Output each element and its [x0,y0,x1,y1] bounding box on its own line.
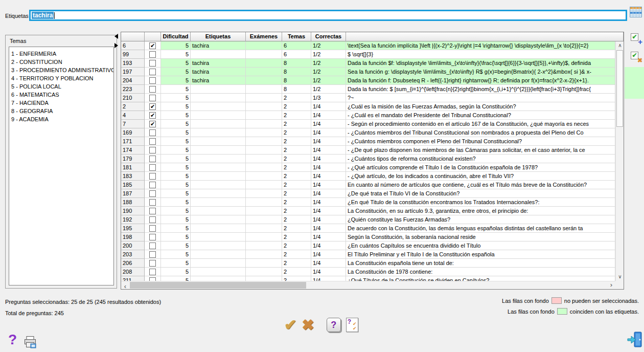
exit-icon[interactable] [627,331,643,350]
row-checkbox[interactable] [149,269,156,275]
table-row[interactable]: 185521/4En cuanto al número de artículos… [121,181,615,189]
header-correctas[interactable]: Correctas [311,32,346,41]
row-checkbox[interactable] [149,173,156,180]
expand-right-icon[interactable] [114,43,118,48]
table-row[interactable]: 210521/3?~ [121,94,615,102]
table-row[interactable]: 179521/4- ¿Cuántos tipos de reforma cons… [121,155,615,163]
table-row[interactable]: 211521/4¿Qué Títulos de la Constitución … [121,276,615,281]
header-id[interactable] [121,32,145,41]
row-checkbox[interactable] [149,251,156,258]
tags-input[interactable]: tachira [29,10,627,21]
cancel-button[interactable]: ✖ [302,316,314,334]
scroll-right-icon[interactable]: › [607,281,615,290]
row-checkbox[interactable] [149,138,156,145]
table-row[interactable]: 174521/4- ¿De qué plazo disponen los mie… [121,146,615,155]
header-texto[interactable] [346,32,624,41]
table-row[interactable]: 2045tachira81/2Dada la función f: Dsubse… [121,76,615,85]
row-checkbox[interactable] [149,164,156,171]
header-dificultad[interactable]: Dificultad [161,32,191,41]
table-row[interactable]: 192521/4¿Quién constituye las Fuerzas Ar… [121,215,615,224]
scroll-up-icon[interactable]: ∧ [616,41,624,50]
row-checkbox[interactable]: ✔ [149,103,156,110]
select-all-button[interactable]: ✔ + [630,33,642,45]
row-checkbox[interactable] [149,225,156,232]
question-answers-button[interactable]: ? ✔ ✔ [346,318,358,332]
deselect-all-button[interactable]: ✔ ✖ [630,51,642,63]
row-checkbox[interactable] [149,86,156,93]
table-row[interactable]: 7✔521/4- Según el procedimiento contenid… [121,120,615,128]
table-row[interactable]: 4✔521/4- ¿Cuál es el mandato del Preside… [121,111,615,120]
question-preview-button[interactable]: ? [327,318,341,332]
correctas-cell: 1/4 [311,111,346,120]
table-row[interactable]: 203521/4El Título Preliminar y el Título… [121,250,615,259]
header-examenes[interactable]: Exámenes [246,32,282,41]
horizontal-scroll-thumb[interactable] [130,282,306,289]
row-checkbox[interactable] [149,182,156,188]
row-checkbox[interactable] [149,60,156,67]
header-temas[interactable]: Temas [282,32,311,41]
table-row[interactable]: 99561/2$ \sqrt[]{3} [121,50,615,59]
topic-list-item[interactable]: 5 - POLICIA LOCAL [11,82,113,91]
table-row[interactable]: 181521/4- ¿Qué artículos comprende el Tí… [121,163,615,172]
table-row[interactable]: 208521/4La Constitución de 1978 contiene… [121,268,615,276]
temas-cell: 2 [282,137,311,146]
row-checkbox[interactable] [149,147,156,153]
row-checkbox[interactable]: ✔ [149,112,156,119]
row-checkbox[interactable]: ✔ [149,42,156,49]
tag-table-icon[interactable] [630,7,642,19]
table-row[interactable]: 187521/4¿De qué trata el Título VI de la… [121,189,615,198]
table-row[interactable]: 1935tachira81/2Dada la función $f: \disp… [121,59,615,68]
table-row[interactable]: 206521/4La Constitución española tiene u… [121,259,615,268]
vertical-scroll-thumb[interactable] [616,50,623,127]
correctas-cell: 1/4 [311,268,346,276]
table-row[interactable]: 169521/4- ¿Cuántos miembros del Tribunal… [121,128,615,137]
table-row[interactable]: 183521/4- ¿Qué artículo, de los indicado… [121,172,615,181]
row-checkbox-cell [145,181,161,189]
table-row[interactable]: 200521/4¿En cuántos Capítulos se encuent… [121,241,615,250]
topic-list-item[interactable]: 9 - ACADEMIA [11,115,113,123]
topic-list-item[interactable]: 4 - TERRITORIO Y POBLACION [11,74,113,82]
table-row[interactable]: 195521/4De acuerdo con la Constitución, … [121,224,615,233]
table-row[interactable]: 6✔5tachira61/2\text{Sea la función implí… [121,41,615,50]
row-checkbox[interactable] [149,277,156,281]
table-row[interactable]: 190521/4La Constitución, en su artículo … [121,207,615,215]
row-checkbox[interactable] [149,69,156,75]
collapse-left-icon[interactable] [114,34,118,39]
table-row[interactable]: 188521/4¿En qué Titulo de la constitució… [121,198,615,207]
row-checkbox[interactable] [149,129,156,136]
row-checkbox[interactable] [149,208,156,214]
accept-button[interactable]: ✔ [284,316,296,334]
table-row[interactable]: 223581/2Dada la función: $ [sum_{i=1}^{\… [121,85,615,94]
print-icon[interactable] [24,336,37,351]
row-checkbox[interactable] [149,95,156,101]
row-checkbox[interactable]: ✔ [149,121,156,127]
row-checkbox[interactable] [149,199,156,206]
topic-list-item[interactable]: 6 - MATEMATICAS [11,91,113,99]
topic-list-item[interactable]: 8 - GEOGRAFIA [11,107,113,115]
row-checkbox[interactable] [149,156,156,162]
table-row[interactable]: 1975tachira81/2Sea la función g: \displa… [121,68,615,76]
help-icon[interactable]: ? [8,332,17,348]
row-checkbox[interactable] [149,190,156,197]
row-checkbox[interactable] [149,243,156,249]
row-checkbox[interactable] [149,77,156,84]
topics-list[interactable]: 1 - ENFERMERIA2 - CONSTITUCION3 - PROCED… [9,47,114,285]
horizontal-scrollbar[interactable]: ‹ › [121,281,615,289]
row-checkbox[interactable] [149,260,156,267]
table-row[interactable]: 171521/4- ¿Cuántos miembros componen el … [121,137,615,146]
table-row[interactable]: 2✔521/4¿Cuál es la misión de las Fuerzas… [121,102,615,111]
correctas-cell: 1/3 [311,94,346,102]
table-row[interactable]: 198521/4Según la Constitución, la sobera… [121,233,615,241]
header-etiquetas[interactable]: Etiquetas [191,32,246,41]
row-checkbox[interactable] [149,51,156,58]
scroll-down-icon[interactable]: ∨ [616,273,624,281]
topic-list-item[interactable]: 7 - HACIENDA [11,99,113,107]
topic-list-item[interactable]: 3 - PROCEDIMIENTO ADMINISTRATIVO [11,66,113,74]
topic-list-item[interactable]: 2 - CONSTITUCION [11,58,113,66]
row-checkbox[interactable] [149,234,156,240]
header-check[interactable] [145,32,161,41]
topic-list-item[interactable]: 1 - ENFERMERIA [11,50,113,58]
scroll-left-icon[interactable]: ‹ [121,283,129,290]
vertical-scrollbar[interactable]: ∧ ∨ [615,41,624,281]
row-checkbox[interactable] [149,216,156,223]
